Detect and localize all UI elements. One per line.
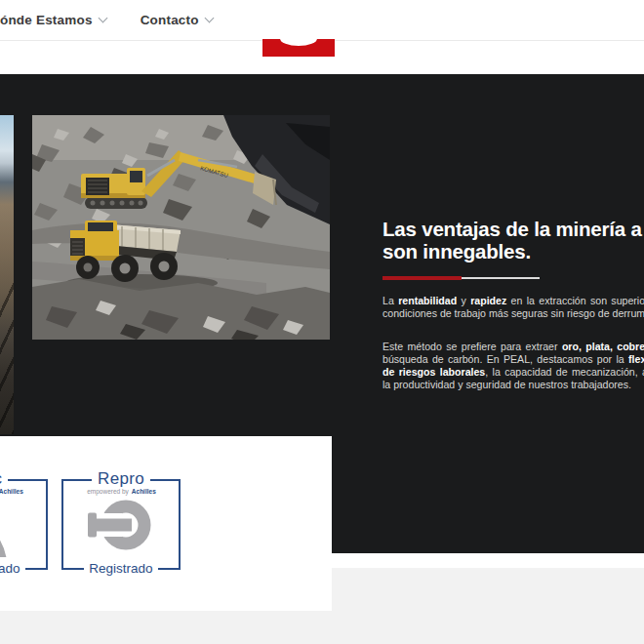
- carousel-previous-slide-sliver[interactable]: [0, 115, 14, 434]
- certifications-card: Silc empowered byAchilles Registrado Rep…: [0, 436, 332, 611]
- hero-paragraph-2: Este método se prefiere para extraer oro…: [382, 341, 644, 391]
- text-line: la productividad y seguridad de nuestros…: [382, 379, 644, 391]
- badge-subtitle: empowered byAchilles: [0, 489, 48, 496]
- heading-line: son innegables.: [382, 240, 644, 262]
- nav-item-contacto[interactable]: Contacto: [141, 13, 213, 27]
- main-nav: Dónde Estamos Contacto: [0, 0, 213, 40]
- nav-item-label: Contacto: [141, 13, 199, 27]
- hero-paragraph-1: La rentabilidad y rapidez en la extracci…: [382, 295, 644, 320]
- badge-repro[interactable]: Repro empowered byAchilles Registrado: [61, 463, 181, 581]
- text-line: condiciones de trabajo más seguras sin r…: [382, 307, 644, 320]
- badge-title: Repro empowered byAchilles: [61, 470, 181, 496]
- top-navigation-bar: Dónde Estamos Contacto: [0, 0, 644, 41]
- badge-subtitle: empowered byAchilles: [61, 489, 181, 496]
- silc-arcs-icon: [0, 493, 48, 557]
- hero-heading: Las ventajas de la minería a cielo abier…: [382, 218, 644, 262]
- badge-status: Registrado: [0, 560, 48, 576]
- badge-title: Silc empowered byAchilles: [0, 470, 48, 496]
- heading-line: Las ventajas de la minería a cielo abier…: [382, 218, 644, 240]
- nav-item-label: Dónde Estamos: [0, 13, 93, 27]
- repro-ring-icon: [61, 493, 181, 557]
- nav-item-donde-estamos[interactable]: Dónde Estamos: [0, 13, 106, 27]
- chevron-down-icon: [98, 14, 107, 23]
- badge-silc[interactable]: Silc empowered byAchilles Registrado: [0, 463, 48, 581]
- mining-photo-illustration: KOMATSU: [32, 115, 330, 340]
- badge-status: Registrado: [61, 560, 181, 576]
- underline-white-segment: [462, 277, 540, 279]
- underline-red-segment: [382, 276, 462, 280]
- title-underline: [382, 276, 540, 280]
- text-line: Este método se prefiere para extraer oro…: [382, 341, 644, 353]
- chevron-down-icon: [204, 14, 214, 23]
- text-line: búsqueda de carbón. En PEAL, destacamos …: [382, 353, 644, 366]
- text-line: de riesgos laborales, la capacidad de me…: [382, 366, 644, 379]
- text-line: La rentabilidad y rapidez en la extracci…: [382, 295, 644, 307]
- brand-logo-clipped[interactable]: [262, 39, 335, 57]
- mining-photo[interactable]: KOMATSU: [32, 115, 330, 340]
- page: { "header": { "nav_items": [ { "label": …: [0, 0, 644, 644]
